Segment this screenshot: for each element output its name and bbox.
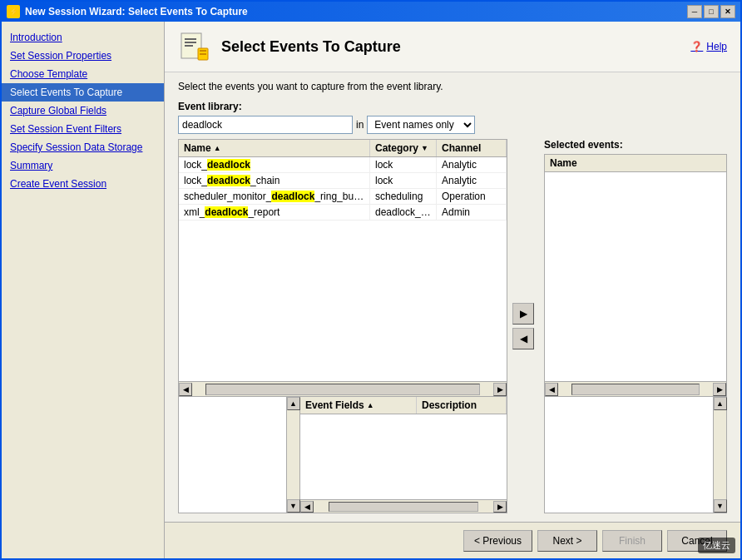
right-bottom-panel: ▲ ▼ [544,397,727,513]
move-right-button[interactable]: ▶ [512,303,534,325]
col-channel-header[interactable]: Channel [437,140,507,156]
se-hscroll-right-btn[interactable]: ▶ [713,383,726,396]
previous-button[interactable]: < Previous [463,530,532,552]
main-window: ⚡ New Session Wizard: Select Events To C… [0,0,742,560]
table-row[interactable]: scheduler_monitor_deadlock_ring_buffer_r… [179,189,507,205]
maximize-button[interactable]: □ [704,5,719,18]
ef-col-desc-header[interactable]: Description [417,397,507,414]
sidebar-item-introduction[interactable]: Introduction [2,28,164,47]
se-hscroll-track [571,384,700,395]
row3-channel: Operation [437,189,507,204]
vscroll-down-btn[interactable]: ▼ [287,499,300,513]
col-name-header[interactable]: Name ▲ [179,140,370,156]
page-title: Select Events To Capture [221,38,401,56]
se-name-header[interactable]: Name [545,155,726,171]
left-detail-pane [179,397,287,513]
selected-events-table: Name ◀ ▶ [544,154,727,397]
sidebar-item-select-events[interactable]: Select Events To Capture [2,83,164,102]
category-filter-arrow: ▼ [421,144,428,152]
right-vscroll-up-btn[interactable]: ▲ [714,397,727,410]
row1-name: lock_deadlock [179,157,370,172]
right-vscroll: ▲ ▼ [713,397,726,513]
sidebar-item-set-session-properties[interactable]: Set Session Properties [2,47,164,65]
ef-hscroll-left-btn[interactable]: ◀ [300,501,314,513]
next-button[interactable]: Next > [537,530,597,552]
move-left-button[interactable]: ◀ [512,328,534,349]
sidebar-item-summary[interactable]: Summary [2,156,164,175]
hscroll-left-btn[interactable]: ◀ [179,383,192,396]
event-fields-pane: Event Fields ▲ Description ◀ [300,397,507,513]
vscroll-up-btn[interactable]: ▲ [287,397,300,410]
events-table-body: lock_deadlock lock Analytic lock_deadloc… [179,157,507,381]
search-row: in Event names only All columns [178,116,727,134]
selected-events-body [545,172,726,381]
arrow-buttons: ▶ ◀ [507,139,539,513]
selected-events-header: Name [545,155,726,172]
right-vscroll-down-btn[interactable]: ▼ [714,499,727,513]
row1-category: lock [370,157,437,172]
help-link[interactable]: ❓ Help [690,41,727,52]
name-sort-arrow: ▲ [214,144,221,152]
row4-name: xml_deadlock_report [179,205,370,220]
row4-channel: Admin [437,205,507,220]
ef-hscroll-right-btn[interactable]: ▶ [493,501,507,513]
bottom-left-section: ▲ ▼ Event Fields ▲ [178,397,507,513]
ef-col-name-header[interactable]: Event Fields ▲ [300,397,417,414]
content-area: Introduction Set Session Properties Choo… [2,22,740,558]
window-icon: ⚡ [7,5,20,18]
cancel-button[interactable]: Cancel [667,530,727,552]
hscroll-track [205,384,480,395]
finish-button[interactable]: Finish [602,530,662,552]
svg-rect-2 [185,42,196,43]
instruction-text: Select the events you want to capture fr… [178,81,727,92]
svg-rect-3 [185,45,193,47]
filter-select[interactable]: Event names only All columns [367,116,475,134]
row3-name: scheduler_monitor_deadlock_ring_buffer_r… [179,189,370,204]
col-category-header[interactable]: Category ▼ [370,140,437,156]
scroll-panel: Select the events you want to capture fr… [165,72,740,522]
se-hscroll-left-btn[interactable]: ◀ [545,383,558,396]
header-left: Select Events To Capture [178,30,401,63]
row4-category: deadlock_mo... [370,205,437,220]
page-icon [178,30,211,63]
svg-rect-1 [185,38,196,40]
sidebar: Introduction Set Session Properties Choo… [2,22,165,558]
sidebar-item-specify-session-data-storage[interactable]: Specify Session Data Storage [2,138,164,156]
help-icon: ❓ [690,41,703,52]
minimize-button[interactable]: ─ [687,5,702,18]
right-panel: Selected events: Name ◀ ▶ [544,139,727,513]
footer: < Previous Next > Finish Cancel [165,522,740,558]
event-library-label: Event library: [178,101,727,112]
table-row[interactable]: xml_deadlock_report deadlock_mo... Admin [179,205,507,221]
sidebar-item-choose-template[interactable]: Choose Template [2,65,164,83]
event-fields-header: Event Fields ▲ Description [300,397,507,414]
left-tables: Name ▲ Category ▼ Channel [178,139,507,513]
svg-rect-5 [200,50,206,52]
event-fields-body [300,414,507,499]
sidebar-item-capture-global-fields[interactable]: Capture Global Fields [2,102,164,120]
tables-container: Name ▲ Category ▼ Channel [178,139,727,513]
events-table: Name ▲ Category ▼ Channel [178,139,507,397]
close-button[interactable]: ✕ [720,5,735,18]
events-table-header: Name ▲ Category ▼ Channel [179,140,507,157]
header-area: Select Events To Capture ❓ Help [165,22,740,72]
title-bar: ⚡ New Session Wizard: Select Events To C… [2,2,740,22]
window-title: New Session Wizard: Select Events To Cap… [25,6,248,17]
ef-hscroll-track [329,502,478,512]
hscroll-right-btn[interactable]: ▶ [493,383,507,396]
row2-name: lock_deadlock_chain [179,173,370,188]
table-row[interactable]: lock_deadlock lock Analytic [179,157,507,173]
ef-hscroll: ◀ ▶ [300,499,507,513]
events-hscroll: ◀ ▶ [179,381,507,396]
right-bottom-content [545,397,726,513]
se-hscroll: ◀ ▶ [545,381,726,396]
row3-category: scheduling [370,189,437,204]
row1-channel: Analytic [437,157,507,172]
row2-category: lock [370,173,437,188]
table-row[interactable]: lock_deadlock_chain lock Analytic [179,173,507,189]
sidebar-item-create-event-session[interactable]: Create Event Session [2,175,164,193]
sidebar-item-set-session-event-filters[interactable]: Set Session Event Filters [2,120,164,138]
row2-channel: Analytic [437,173,507,188]
search-input[interactable] [178,116,353,134]
main-panel: Select Events To Capture ❓ Help Select t… [165,22,740,558]
